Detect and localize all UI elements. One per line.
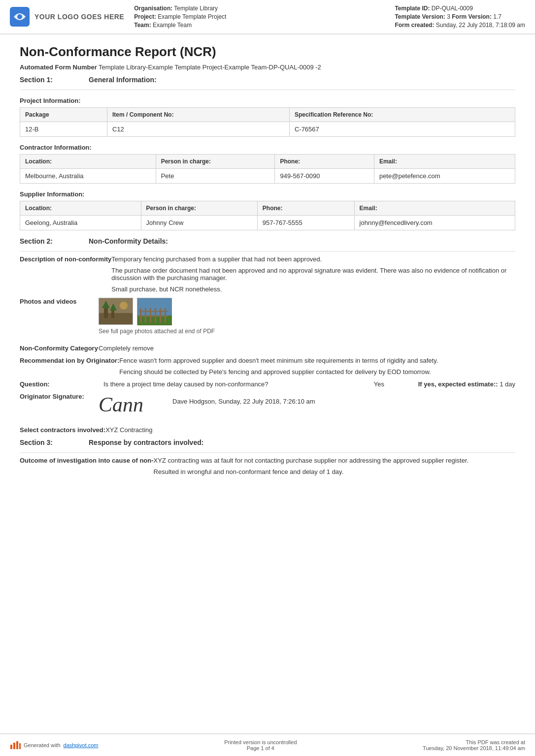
supplier-info-table: Location: Person in charge: Phone: Email… <box>20 201 515 230</box>
form-created-value: Sunday, 22 July 2018, 7:18:09 am <box>436 22 525 29</box>
supplier-col-phone: Phone: <box>257 201 354 216</box>
photos-label: Photos and videos <box>20 298 99 305</box>
project-col-package: Package <box>20 108 107 122</box>
project-value: Example Template Project <box>158 13 226 20</box>
project-package: 12-B <box>20 122 107 137</box>
dashpivot-icon <box>10 741 21 750</box>
supplier-table-header-row: Location: Person in charge: Phone: Email… <box>20 201 515 216</box>
footer-link[interactable]: dashpivot.com <box>64 742 99 748</box>
outcome-row: Outcome of investigation into cause of n… <box>20 457 515 475</box>
form-number-value: Template Library-Example Template Projec… <box>99 63 321 71</box>
project-spec: C-76567 <box>289 122 515 137</box>
recommendation-line-2: Fencing should be collected by Pete's fe… <box>119 368 515 376</box>
team-value: Example Team <box>153 22 192 29</box>
contractor-info-subtitle: Contractor Information: <box>20 144 515 151</box>
nc-category-row: Non-Conformity Category Completely remov… <box>20 345 515 352</box>
recommendation-label: Recommendat ion by Originator: <box>20 357 119 364</box>
signature-image: Cann <box>99 393 158 416</box>
select-contractors-row: Select contractors involved: XYZ Contrac… <box>20 426 515 434</box>
project-table-header-row: Package Item / Component No: Specificati… <box>20 108 515 122</box>
content: Non-Conformance Report (NCR) Automated F… <box>0 34 535 733</box>
photo-thumb-1 <box>99 298 133 325</box>
project-field: Project: Example Template Project <box>134 13 385 20</box>
logo-text: YOUR LOGO GOES HERE <box>34 13 124 21</box>
footer: Generated with dashpivot.com Printed ver… <box>0 733 535 756</box>
description-line-3: Small purchase, but NCR nonetheless. <box>111 285 515 293</box>
form-number-row: Automated Form Number Template Library-E… <box>20 63 515 71</box>
svg-rect-6 <box>111 311 114 318</box>
form-number-label: Automated Form Number <box>20 63 99 71</box>
question-label: Question: <box>20 380 99 388</box>
photo-thumb-2 <box>137 298 171 325</box>
footer-page: Page 1 of 4 <box>224 745 297 751</box>
outcome-line-2: Resulted in wrongful and non-conformant … <box>154 468 515 475</box>
description-label: Description of non-conformity <box>20 255 111 263</box>
section2-header: Section 2: Non-Conformity Details: <box>20 237 515 245</box>
photos-row: Photos and videos <box>20 298 515 340</box>
page: YOUR LOGO GOES HERE Organisation: Templa… <box>0 0 535 756</box>
description-line-1: Temporary fencing purchased from a suppl… <box>111 255 515 263</box>
section3-label: Section 3: <box>20 439 79 446</box>
contractor-data-row: Melbourne, Australia Pete 949-567-0090 p… <box>20 169 515 184</box>
project-data-row: 12-B C12 C-76567 <box>20 122 515 137</box>
svg-rect-5 <box>104 308 108 318</box>
section1-header: Section 1: General Information: <box>20 76 515 84</box>
contractor-col-location: Location: <box>20 155 156 169</box>
select-contractors-value: XYZ Contracting <box>105 426 515 434</box>
project-col-spec: Specification Reference No: <box>289 108 515 122</box>
divider1 <box>20 90 515 90</box>
project-info-subtitle: Project Information: <box>20 97 515 104</box>
question-text: Is there a project time delay caused by … <box>103 380 369 388</box>
question-estimate-value: 1 day <box>500 380 515 388</box>
form-version-value: 1.7 <box>493 13 502 20</box>
header-logo: YOUR LOGO GOES HERE <box>10 5 124 29</box>
report-title: Non-Conformance Report (NCR) <box>20 44 515 60</box>
outcome-label: Outcome of investigation into cause of n… <box>20 457 154 464</box>
supplier-col-location: Location: <box>20 201 141 216</box>
outcome-line-1: XYZ contracting was at fault for not con… <box>154 457 515 464</box>
footer-left: Generated with dashpivot.com <box>10 741 99 750</box>
select-contractors-label: Select contractors involved: <box>20 426 105 434</box>
project-label: Project: <box>134 13 156 20</box>
supplier-location: Geelong, Australia <box>20 216 141 230</box>
footer-right-date: Tuesday, 20 November 2018, 11:49:04 am <box>423 745 525 751</box>
team-label: Team: <box>134 22 151 29</box>
logo-icon <box>10 7 30 27</box>
photos-container <box>99 298 515 325</box>
form-created-label: Form created: <box>395 22 434 29</box>
template-version-field: Template Version: 3 Form Version: 1.7 <box>395 13 525 20</box>
supplier-col-email: Email: <box>354 201 515 216</box>
svg-rect-22 <box>19 743 21 749</box>
header: YOUR LOGO GOES HERE Organisation: Templa… <box>0 0 535 34</box>
photos-value: See full page photos attached at end of … <box>99 298 515 340</box>
nc-category-value: Completely remove <box>99 345 515 352</box>
svg-point-1 <box>17 14 22 19</box>
contractor-col-email: Email: <box>374 155 515 169</box>
form-created-field: Form created: Sunday, 22 July 2018, 7:18… <box>395 22 525 29</box>
section1-label: Section 1: <box>20 76 79 84</box>
project-item: C12 <box>107 122 290 137</box>
signature-area: Cann Dave Hodgson, Sunday, 22 July 2018,… <box>99 393 515 416</box>
template-id-label: Template ID: <box>395 5 430 12</box>
contractor-person: Pete <box>156 169 275 184</box>
svg-rect-18 <box>139 315 168 317</box>
contractor-email: pete@petefence.com <box>374 169 515 184</box>
svg-rect-19 <box>10 745 12 749</box>
section1-title: General Information: <box>89 76 157 84</box>
section2-label: Section 2: <box>20 237 79 245</box>
footer-right-text: This PDF was created at <box>423 739 525 745</box>
supplier-person: Johnny Crew <box>141 216 257 230</box>
supplier-email: johnny@fencedlivery.com <box>354 216 515 230</box>
question-answer: Yes <box>374 380 413 388</box>
template-id-field: Template ID: DP-QUAL-0009 <box>395 5 525 12</box>
svg-rect-20 <box>13 743 15 749</box>
description-value: Temporary fencing purchased from a suppl… <box>111 255 515 293</box>
supplier-data-row: Geelong, Australia Johnny Crew 957-767-5… <box>20 216 515 230</box>
svg-point-4 <box>120 302 128 310</box>
org-field: Organisation: Template Library <box>134 5 385 12</box>
org-label: Organisation: <box>134 5 172 12</box>
svg-rect-21 <box>16 741 18 749</box>
contractor-info-table: Location: Person in charge: Phone: Email… <box>20 154 515 184</box>
signature-detail: Dave Hodgson, Sunday, 22 July 2018, 7:26… <box>172 393 315 405</box>
description-line-2: The purchase order document had not been… <box>111 267 515 282</box>
